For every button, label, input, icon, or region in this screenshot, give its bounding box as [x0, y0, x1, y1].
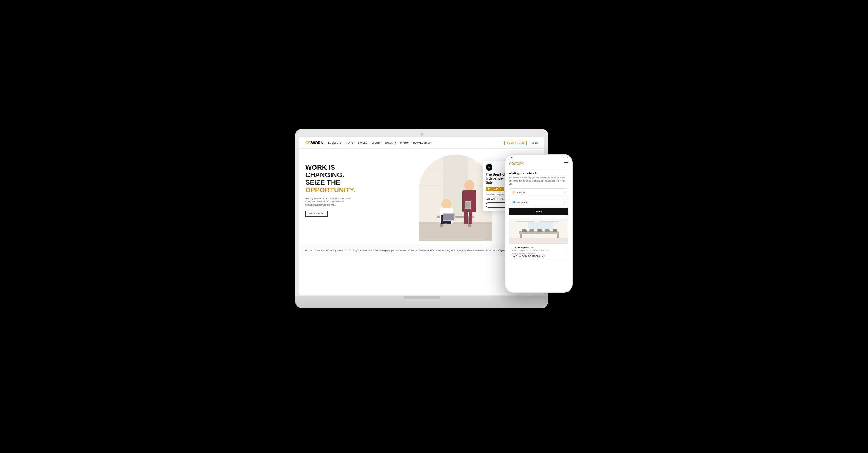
- phone-status-bar: 9:41 ▪▪▪ 🔋: [505, 155, 572, 160]
- menu-line-2: [564, 164, 568, 164]
- scene: GOWORK LOCATIONS PLANS SPACES EVENTS GAL…: [296, 130, 572, 323]
- location-card-info: Chubb Square 1.0 Jl. M.H. Thamrin No. 10…: [509, 244, 568, 260]
- hot-desk-price: Hot Desk Daily IDR 125,000/ day: [512, 255, 565, 257]
- phone-time: 9:41: [509, 156, 514, 159]
- nav-spaces[interactable]: SPACES: [358, 142, 367, 144]
- phone-status-icons: ▪▪▪ 🔋: [563, 156, 568, 159]
- office-illustration: [509, 219, 568, 244]
- office-image: [509, 219, 568, 244]
- svg-rect-31: [529, 229, 534, 232]
- svg-rect-16: [443, 214, 454, 220]
- svg-rect-34: [553, 229, 557, 232]
- plan-label: Flexible: [517, 191, 525, 194]
- svg-rect-30: [522, 229, 527, 232]
- svg-rect-20: [469, 212, 472, 224]
- dropdown-left-people: 👥 4-5 people: [512, 200, 528, 204]
- phone-logo-go: GO: [509, 162, 514, 166]
- location-address: Jl. M.H. Thamrin No. 10, Jakarta Pusat 1…: [512, 250, 565, 252]
- svg-rect-19: [464, 212, 468, 224]
- phone-logo-work: WORK: [514, 162, 524, 166]
- people-count-icon: 👥: [513, 201, 515, 203]
- phone-section-title: Finding the perfect fit: [509, 172, 568, 175]
- phone-section-description: Our search filter can help you see curre…: [509, 176, 568, 185]
- lang-label: EN: [535, 142, 538, 144]
- svg-rect-29: [557, 234, 559, 237]
- svg-rect-32: [537, 229, 542, 232]
- promo-price-from: IDR 625K: [486, 198, 496, 200]
- promo-logo-text: G: [488, 166, 490, 169]
- find-button[interactable]: FIND: [509, 208, 568, 215]
- hero-title-gold: OPPORTUNITY.: [305, 187, 373, 194]
- nav-promo[interactable]: PROMO: [400, 142, 409, 144]
- mobile-device: 9:41 ▪▪▪ 🔋 GOWORK Finding the perfect fi…: [505, 154, 572, 293]
- plan-icon: ⚡: [512, 191, 516, 194]
- language-selector[interactable]: 🌐 EN: [532, 142, 538, 144]
- book-tour-button[interactable]: BOOK A TOUR: [504, 141, 527, 145]
- hero-title-line1: WORK IS: [305, 164, 373, 171]
- hero-title: WORK IS CHANGING. SEIZE THE OPPORTUNITY.: [305, 164, 373, 194]
- promo-badge: Enjoy 50+1: [486, 187, 503, 191]
- promo-logo: G: [486, 164, 493, 171]
- phone-content: Finding the perfect fit Our search filte…: [505, 168, 572, 264]
- nav-links: LOCATIONS PLANS SPACES EVENTS GALLERY PR…: [328, 142, 499, 144]
- svg-rect-33: [545, 229, 550, 232]
- hamburger-menu-button[interactable]: [564, 162, 568, 165]
- dropdown-left: ⚡ Flexible: [512, 191, 525, 194]
- hero-title-line3: SEIZE THE: [305, 179, 373, 186]
- people-label: 4-5 people: [517, 201, 528, 204]
- location-name: Chubb Square 1.0: [512, 246, 565, 249]
- start-now-button[interactable]: START NOW: [305, 211, 328, 217]
- menu-line-3: [564, 165, 568, 165]
- nav-download-app[interactable]: DOWNLOAD APP: [413, 142, 432, 144]
- arrow-icon: →: [498, 197, 501, 201]
- battery-icon: 🔋: [566, 156, 568, 159]
- nav-locations[interactable]: LOCATIONS: [328, 142, 341, 144]
- location-card[interactable]: Chubb Square 1.0 Jl. M.H. Thamrin No. 10…: [509, 219, 568, 260]
- nav-gallery[interactable]: GALLERY: [385, 142, 396, 144]
- logo-go: GO: [305, 141, 311, 145]
- flexible-icon: ⚡: [513, 191, 515, 194]
- chevron-down-icon-2: ▾: [564, 201, 565, 203]
- location-card-image: [509, 219, 568, 244]
- hero-illustration: [418, 155, 493, 241]
- svg-point-17: [464, 180, 474, 191]
- globe-icon: 🌐: [532, 142, 534, 144]
- navigation: GOWORK LOCATIONS PLANS SPACES EVENTS GAL…: [299, 137, 544, 148]
- svg-rect-7: [418, 223, 493, 241]
- svg-point-11: [441, 199, 451, 209]
- laptop-camera: [421, 133, 423, 136]
- laptop-base: [296, 296, 548, 308]
- signal-icon: ▪▪▪: [563, 156, 565, 159]
- svg-rect-26: [509, 237, 568, 244]
- phone-logo[interactable]: GOWORK: [509, 162, 524, 166]
- hero-description: A new generation of independent, mobile,…: [305, 197, 354, 207]
- laptop-notch: [403, 296, 440, 299]
- price-label: Starting price for one person: [512, 253, 565, 255]
- logo[interactable]: GOWORK: [305, 141, 323, 145]
- hero-text-block: WORK IS CHANGING. SEIZE THE OPPORTUNITY.…: [305, 155, 373, 241]
- svg-rect-35: [528, 222, 553, 229]
- menu-line-1: [564, 162, 568, 163]
- hero-title-line2: CHANGING.: [305, 171, 373, 179]
- phone-plan-dropdown[interactable]: ⚡ Flexible ▾: [509, 188, 568, 196]
- nav-plans[interactable]: PLANS: [346, 142, 354, 144]
- phone-navigation: GOWORK: [505, 160, 572, 168]
- nav-events[interactable]: EVENTS: [372, 142, 381, 144]
- people-icon: 👥: [512, 200, 516, 204]
- logo-work: WORK: [311, 141, 323, 145]
- phone-people-dropdown[interactable]: 👥 4-5 people ▾: [509, 198, 568, 206]
- svg-rect-28: [520, 234, 522, 237]
- chevron-down-icon: ▾: [564, 191, 565, 194]
- svg-rect-22: [465, 201, 470, 208]
- hero-image: [418, 155, 493, 241]
